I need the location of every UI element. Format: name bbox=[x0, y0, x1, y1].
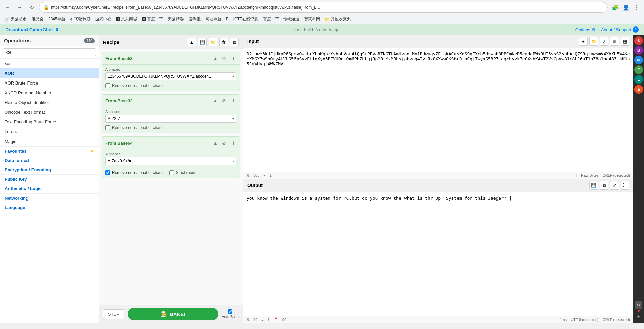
address-bar[interactable]: 🔒 https://ctf.mzy0.com/CyberChef3/#recip… bbox=[39, 2, 608, 13]
sidebar-section-favourites[interactable]: Favourites ★ bbox=[0, 146, 99, 156]
bookmark-wisdom[interactable]: 智慧树网 bbox=[302, 16, 322, 23]
op-frombase64-alphabet-select-wrapper[interactable]: A-Za-z0-9+/= ▾ bbox=[105, 157, 236, 165]
op-frombase32-pause-btn[interactable]: ⏸ bbox=[229, 97, 236, 104]
output-lines-icon: ≡ bbox=[261, 318, 263, 322]
sidebar: Operations 440 xor XOR XOR Brute Force X… bbox=[0, 35, 99, 323]
output-selection-icon: 📍 bbox=[274, 317, 278, 322]
input-chars: 306 bbox=[253, 173, 259, 177]
input-add-btn[interactable]: + bbox=[579, 37, 588, 46]
bookmark-baidu2[interactable]: 百度一下，你就知道 bbox=[261, 16, 301, 23]
auto-bake-label[interactable]: Auto Bake bbox=[222, 315, 239, 319]
op-frombase64-disable-btn[interactable]: ⊘ bbox=[220, 139, 228, 147]
download-cyberchef-link[interactable]: Download CyberChef bbox=[5, 27, 53, 32]
bookmark-jd[interactable]: 🅹 京东商城 bbox=[114, 16, 139, 23]
bookmark-feizhu[interactable]: ✈ 飞猪旅游 bbox=[68, 16, 93, 23]
sidebar-item-xkcd[interactable]: XKCD Random Number bbox=[0, 88, 99, 98]
avatar-l[interactable]: L bbox=[634, 75, 643, 84]
avatar-m[interactable]: M bbox=[634, 56, 643, 64]
op-frombase58-remove-checkbox[interactable] bbox=[105, 83, 110, 88]
op-frombase58-pause-btn[interactable]: ⏸ bbox=[229, 55, 236, 62]
search-input[interactable] bbox=[3, 48, 96, 56]
op-frombase32-alphabet-select-wrapper[interactable]: A-Z2-7= ▾ bbox=[105, 115, 236, 123]
bake-button[interactable]: 👨‍🍳 BAKE! bbox=[128, 308, 218, 320]
input-grid-btn[interactable]: ▦ bbox=[621, 37, 629, 46]
menu-button[interactable]: ⋮ bbox=[632, 3, 641, 12]
options-link[interactable]: Options ⚙ bbox=[575, 27, 596, 32]
output-fullscreen-btn[interactable]: ⛶ bbox=[621, 181, 629, 190]
sidebar-item-text-encoding[interactable]: Text Encoding Brute Force bbox=[0, 117, 99, 127]
recipe-grid-btn[interactable]: ▦ bbox=[230, 38, 239, 46]
op-frombase32-remove-checkbox[interactable] bbox=[105, 125, 110, 130]
sidebar-section-encryption[interactable]: Encryption / Encoding bbox=[0, 165, 99, 174]
bookmark-tmall-select[interactable]: 天猫精选 bbox=[166, 16, 186, 23]
sidebar-item-lorenz[interactable]: Lorenz bbox=[0, 127, 99, 136]
forward-button[interactable]: → bbox=[15, 3, 24, 12]
bookmark-aitaobao[interactable]: 爱淘宝 bbox=[186, 16, 203, 23]
encryption-label: Encryption / Encoding bbox=[5, 167, 51, 172]
bookmark-buuctf[interactable]: BUUCTF在线评测 bbox=[224, 16, 261, 23]
input-clear-btn[interactable]: 🗑 bbox=[610, 37, 619, 46]
avatar-f[interactable]: F bbox=[634, 65, 643, 74]
output-save-btn[interactable]: 💾 bbox=[589, 181, 598, 190]
op-frombase58-collapse-btn[interactable]: ▲ bbox=[212, 55, 219, 62]
bookmark-nav[interactable]: 网址导航 bbox=[203, 16, 223, 23]
sidebar-item-hex-oid[interactable]: Hex to Object Identifier bbox=[0, 98, 99, 107]
about-link[interactable]: About / Support ? bbox=[601, 26, 639, 33]
output-copy-btn[interactable]: ⧉ bbox=[600, 181, 608, 190]
avatar-e[interactable]: E bbox=[634, 85, 643, 94]
add-panel-icon[interactable]: + bbox=[637, 313, 641, 320]
input-paste-btn[interactable]: ⤢ bbox=[600, 37, 608, 46]
op-frombase64-collapse-btn[interactable]: ▲ bbox=[212, 139, 219, 147]
op-frombase64-remove-checkbox[interactable] bbox=[105, 170, 110, 175]
input-content[interactable]: D2tuwY3kHFjHkpP6SpgvQwkhrXLpKqbzYvhpbVou… bbox=[243, 48, 633, 172]
op-frombase58-alphabet-select-wrapper[interactable]: 123456789ABCDEFGHJKLMNPQRSTUVWXYZ abcdef… bbox=[105, 72, 236, 80]
bookmark-tianmao[interactable]: 🛒 天猫超市 bbox=[3, 16, 29, 23]
bookmark-2345[interactable]: 2345导航 bbox=[46, 16, 67, 23]
sidebar-item-xor-lower[interactable]: xor bbox=[0, 59, 99, 68]
sidebar-item-xor[interactable]: XOR bbox=[0, 68, 99, 78]
bookmark-vip[interactable]: 唯品会 bbox=[30, 16, 46, 23]
sidebar-section-networking[interactable]: Networking bbox=[0, 193, 99, 203]
op-frombase32-collapse-btn[interactable]: ▲ bbox=[212, 97, 219, 104]
recipe-collapse-btn[interactable]: ▲ bbox=[187, 38, 196, 46]
op-frombase64-strict-checkbox[interactable] bbox=[169, 170, 174, 175]
output-expand-btn[interactable]: ⤢ bbox=[610, 181, 619, 190]
step-button[interactable]: STEP bbox=[103, 309, 124, 319]
input-lines: 1 bbox=[270, 173, 272, 177]
bookmark-more[interactable]: 📁 其他收藏夹 bbox=[323, 16, 353, 23]
bookmark-game[interactable]: 游戏中心 bbox=[93, 16, 113, 23]
op-frombase32-disable-btn[interactable]: ⊘ bbox=[220, 97, 228, 104]
recipe-trash-btn[interactable]: 🗑 bbox=[219, 38, 228, 46]
avatar-s[interactable]: S bbox=[634, 36, 643, 45]
sidebar-section-arithmetic[interactable]: Arithmetic / Logic bbox=[0, 184, 99, 193]
recipe-folder-btn[interactable]: 📁 bbox=[209, 38, 217, 46]
bake-label: BAKE! bbox=[170, 311, 186, 317]
op-frombase64-remove-label[interactable]: Remove non-alphabet chars bbox=[112, 170, 163, 175]
sidebar-item-magic[interactable]: Magic bbox=[0, 136, 99, 146]
output-encoding: UTF-8 (detected) bbox=[571, 318, 599, 322]
refresh-button[interactable]: ↻ bbox=[27, 3, 36, 12]
op-frombase32-remove-label[interactable]: Remove non-alphabet chars bbox=[112, 125, 163, 130]
networking-label: Networking bbox=[5, 196, 29, 201]
sidebar-section-language[interactable]: Language bbox=[0, 203, 99, 212]
sidebar-section-dataformat[interactable]: Data format bbox=[0, 156, 99, 165]
recipe-save-btn[interactable]: 💾 bbox=[198, 38, 207, 46]
op-frombase58-disable-btn[interactable]: ⊘ bbox=[220, 55, 228, 62]
auto-bake-checkbox[interactable] bbox=[228, 309, 232, 314]
back-button[interactable]: ← bbox=[3, 3, 12, 12]
sidebar-item-unicode[interactable]: Unicode Text Format bbox=[0, 107, 99, 117]
sidebar-item-xor-brute[interactable]: XOR Brute Force bbox=[0, 78, 99, 88]
settings-icon[interactable]: ⚙ bbox=[635, 301, 642, 309]
extensions-button[interactable]: 🧩 bbox=[610, 3, 620, 12]
output-content[interactable]: you know the Windows is a system for PC,… bbox=[243, 192, 633, 316]
input-open-btn[interactable]: 📁 bbox=[589, 37, 598, 46]
browser-toolbar: ← → ↻ 🔒 https://ctf.mzy0.com/CyberChef3/… bbox=[0, 0, 644, 15]
profile-button[interactable]: 👤 bbox=[621, 3, 631, 12]
op-frombase58-alphabet-label: Alphabet bbox=[105, 67, 236, 71]
op-frombase64-strict-label[interactable]: Strict mode bbox=[176, 170, 197, 175]
avatar-b[interactable]: B bbox=[634, 46, 643, 55]
op-frombase64-pause-btn[interactable]: ⏸ bbox=[229, 139, 236, 147]
sidebar-section-publickey[interactable]: Public Key bbox=[0, 174, 99, 184]
bookmark-baidu[interactable]: 🅱 百度一下 bbox=[140, 16, 165, 23]
op-frombase58-remove-label[interactable]: Remove non-alphabet chars bbox=[112, 83, 163, 88]
